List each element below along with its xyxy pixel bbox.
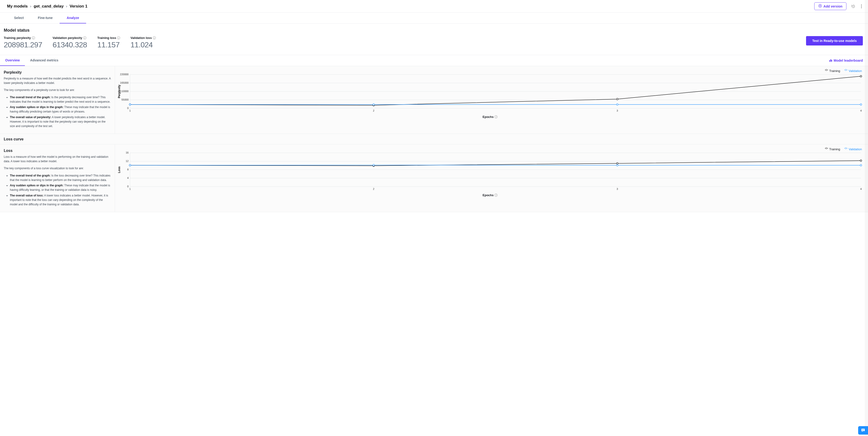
chevron-right-icon: › xyxy=(30,4,31,9)
subtab-advanced-metrics[interactable]: Advanced metrics xyxy=(25,55,64,66)
breadcrumb: My models › get_cand_delay › Version 1 xyxy=(7,4,87,9)
svg-point-28 xyxy=(373,104,374,105)
svg-rect-4 xyxy=(829,60,830,62)
svg-text:1: 1 xyxy=(129,188,131,190)
loss-chart: Training Validation 04812161234Loss Epoc… xyxy=(115,144,868,212)
svg-point-3 xyxy=(861,7,862,8)
svg-point-49 xyxy=(616,162,618,164)
list-item: The overall trend of the graph: Is the p… xyxy=(10,95,111,104)
svg-text:3: 3 xyxy=(617,188,618,190)
svg-point-54 xyxy=(860,164,862,166)
info-icon[interactable]: i xyxy=(83,36,86,39)
plus-circle-icon xyxy=(818,4,822,8)
svg-rect-5 xyxy=(830,59,831,62)
svg-point-26 xyxy=(860,75,862,77)
list-item: The overall trend of the graph: Is the l… xyxy=(10,173,111,182)
metric-value: 61340.328 xyxy=(53,40,87,49)
svg-point-2 xyxy=(861,6,862,6)
svg-point-50 xyxy=(860,160,862,161)
svg-text:4: 4 xyxy=(860,188,862,190)
info-icon[interactable]: i xyxy=(32,36,35,39)
legend-validation[interactable]: Validation xyxy=(844,69,862,73)
section-title: Loss xyxy=(4,148,111,153)
svg-text:4: 4 xyxy=(127,176,129,179)
add-version-label: Add version xyxy=(824,4,842,8)
svg-text:2: 2 xyxy=(373,188,374,190)
analyze-subtabs-row: Overview Advanced metrics Model leaderbo… xyxy=(0,55,868,66)
model-status-panel: Model status Training perplexityi 208981… xyxy=(0,24,868,55)
svg-text:12: 12 xyxy=(126,160,129,162)
tab-finetune[interactable]: Fine-tune xyxy=(31,13,60,24)
svg-point-30 xyxy=(860,104,862,105)
metric-training-loss: Training lossi 11.157 xyxy=(97,36,120,49)
topbar-actions: Add version xyxy=(814,2,863,10)
list-item: Any sudden spikes or dips in the graph: … xyxy=(10,183,111,192)
subtab-overview[interactable]: Overview xyxy=(0,55,25,66)
history-icon[interactable] xyxy=(850,3,856,9)
breadcrumb-model[interactable]: get_cand_delay xyxy=(34,4,64,9)
test-in-ready-button[interactable]: Test in Ready-to-use models xyxy=(806,36,863,45)
list-item: The overall value of loss: A lower loss … xyxy=(10,193,111,207)
svg-text:1: 1 xyxy=(129,109,131,112)
tab-analyze[interactable]: Analyze xyxy=(60,13,86,24)
kebab-menu-icon[interactable] xyxy=(860,3,863,9)
svg-text:55000: 55000 xyxy=(121,98,129,101)
info-icon[interactable]: i xyxy=(117,36,120,39)
svg-text:165000: 165000 xyxy=(120,81,129,84)
svg-rect-6 xyxy=(831,60,832,62)
svg-text:16: 16 xyxy=(126,152,129,154)
svg-text:Perplexity: Perplexity xyxy=(118,85,121,98)
svg-point-53 xyxy=(616,164,618,166)
status-metrics: Training perplexityi 208981.297 Validati… xyxy=(4,36,156,49)
topbar: My models › get_cand_delay › Version 1 A… xyxy=(0,0,868,13)
tab-select[interactable]: Select xyxy=(7,13,31,24)
svg-text:3: 3 xyxy=(617,109,618,112)
svg-point-27 xyxy=(129,104,131,105)
legend-validation[interactable]: Validation xyxy=(844,147,862,151)
loss-description: Loss Loss is a measure of how well the m… xyxy=(0,144,115,212)
metric-value: 11.024 xyxy=(130,40,156,49)
legend-training[interactable]: Training xyxy=(825,69,840,73)
perplexity-line-chart[interactable]: 0550001100001650002200001234Perplexity xyxy=(117,73,863,113)
breadcrumb-my-models[interactable]: My models xyxy=(7,4,28,9)
perplexity-description: Perplexity Perplexity is a measure of ho… xyxy=(0,66,115,134)
perplexity-chart: Training Validation 05500011000016500022… xyxy=(115,66,868,134)
metric-validation-loss: Validation lossi 11.024 xyxy=(130,36,156,49)
svg-point-1 xyxy=(861,4,862,5)
legend-training[interactable]: Training xyxy=(825,147,840,151)
metric-validation-perplexity: Validation perplexityi 61340.328 xyxy=(53,36,87,49)
scrollbar[interactable] xyxy=(865,0,868,212)
svg-point-51 xyxy=(129,164,131,166)
perplexity-section: Perplexity Perplexity is a measure of ho… xyxy=(0,66,868,134)
info-icon[interactable]: i xyxy=(494,115,497,119)
svg-text:8: 8 xyxy=(127,168,129,171)
svg-text:0: 0 xyxy=(127,107,129,109)
svg-point-25 xyxy=(616,98,618,100)
list-item: The overall value of perplexity: A lower… xyxy=(10,115,111,129)
svg-text:4: 4 xyxy=(860,109,862,112)
add-version-button[interactable]: Add version xyxy=(814,2,846,10)
breadcrumb-version[interactable]: Version 1 xyxy=(70,4,88,9)
loss-line-chart[interactable]: 04812161234Loss xyxy=(117,152,863,191)
svg-point-29 xyxy=(616,104,618,105)
section-title: Perplexity xyxy=(4,70,111,74)
model-leaderboard-link[interactable]: Model leaderboard xyxy=(829,59,863,63)
loss-curve-heading: Loss curve xyxy=(0,134,868,144)
chart-legend: Training Validation xyxy=(117,147,863,151)
loss-section: Loss Loss is a measure of how well the m… xyxy=(0,144,868,212)
list-item: Any sudden spikes or dips in the graph: … xyxy=(10,105,111,114)
svg-text:220000: 220000 xyxy=(120,73,129,76)
svg-text:110000: 110000 xyxy=(120,90,129,93)
metric-training-perplexity: Training perplexityi 208981.297 xyxy=(4,36,42,49)
svg-text:2: 2 xyxy=(373,109,374,112)
chevron-right-icon: › xyxy=(66,4,67,9)
metric-value: 11.157 xyxy=(97,40,120,49)
svg-text:0: 0 xyxy=(127,185,129,188)
bar-chart-icon xyxy=(829,59,832,63)
info-icon[interactable]: i xyxy=(153,36,156,39)
svg-point-52 xyxy=(373,164,374,166)
main-tabs: Select Fine-tune Analyze xyxy=(0,13,868,24)
x-axis-label: Epochsi xyxy=(117,193,863,197)
model-status-title: Model status xyxy=(4,28,863,33)
info-icon[interactable]: i xyxy=(494,194,497,197)
